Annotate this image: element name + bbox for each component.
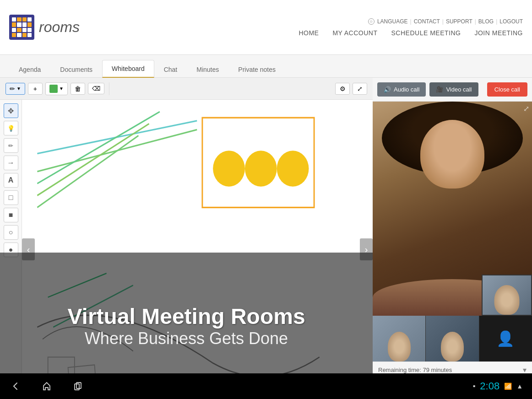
header-right: ⊕ LANGUAGE | CONTACT | SUPPORT | BLOG | …	[299, 18, 523, 37]
color-dropdown-icon: ▼	[59, 86, 64, 91]
svg-line-2	[37, 112, 159, 183]
android-bar: ▪ 2:08 📶 ▲	[0, 373, 532, 399]
hero-headline: Virtual Meeting Rooms	[67, 304, 305, 329]
settings-icon: ⚙	[340, 85, 346, 92]
my-account-nav[interactable]: MY ACCOUNT	[332, 29, 377, 37]
eraser-icon: ⌫	[92, 85, 100, 92]
support-link[interactable]: SUPPORT	[446, 18, 472, 25]
circle-outline-icon: ○	[9, 228, 13, 237]
delete-tool-button[interactable]: 🗑	[71, 83, 85, 95]
join-meeting-nav[interactable]: JOIN MEETING	[474, 29, 523, 37]
arrow-tool[interactable]: →	[4, 156, 18, 170]
text-icon: A	[8, 176, 14, 184]
bulb-icon: 💡	[7, 125, 15, 132]
expand-icon[interactable]: ⤢	[523, 104, 529, 113]
logo-icon	[9, 15, 34, 40]
whiteboard-toolbar: ✏ ▼ + ▼ 🗑 ⌫ ⚙ ⤢	[0, 78, 373, 100]
bulb-tool[interactable]: 💡	[4, 121, 18, 135]
trash-icon: 🗑	[75, 85, 81, 92]
svg-line-4	[37, 135, 138, 207]
rect-outline-icon: □	[9, 194, 13, 202]
svg-point-8	[277, 151, 309, 186]
move-tool[interactable]: ✥	[4, 103, 18, 118]
call-controls: 🔊 Audio call 🎥 Video call Close call	[373, 78, 532, 102]
rect-filled-tool[interactable]: ■	[4, 208, 18, 222]
android-nav-buttons	[9, 380, 84, 393]
rect-filled-icon: ■	[9, 211, 13, 219]
carousel-right-arrow[interactable]: ›	[360, 238, 373, 260]
add-icon: +	[33, 85, 37, 92]
thumbnail-1[interactable]	[373, 316, 426, 361]
pencil-tool[interactable]: ✏	[4, 138, 18, 153]
audio-icon: 🔊	[384, 86, 391, 93]
hero-subline: Where Business Gets Done	[85, 329, 288, 348]
small-video-overlay	[482, 275, 532, 316]
remaining-time-text: Remaining time: 79 minutes	[378, 367, 452, 373]
pen-dropdown-icon: ▼	[16, 86, 21, 91]
toolbar-separator	[109, 82, 109, 95]
home-nav[interactable]: HOME	[299, 29, 319, 37]
main-nav: HOME MY ACCOUNT SCHEDULE MEETING JOIN ME…	[299, 29, 523, 37]
audio-call-button[interactable]: 🔊 Audio call	[377, 82, 426, 97]
pencil-icon: ✏	[8, 142, 13, 149]
color-tool-button[interactable]: ▼	[45, 82, 68, 95]
blog-link[interactable]: BLOG	[478, 18, 494, 25]
svg-rect-13	[75, 384, 79, 390]
eraser-tool-button[interactable]: ⌫	[88, 83, 104, 94]
logo: rooms	[9, 15, 80, 40]
battery-indicator: ▪	[473, 382, 476, 390]
language-link[interactable]: LANGUAGE	[377, 18, 408, 25]
header: rooms ⊕ LANGUAGE | CONTACT | SUPPORT | B…	[0, 0, 532, 55]
pen-icon: ✏	[10, 85, 15, 92]
settings-button[interactable]: ⚙	[335, 83, 350, 95]
thumbnail-2[interactable]	[426, 316, 479, 361]
tab-chat[interactable]: Chat	[154, 61, 187, 78]
logo-text: rooms	[39, 19, 80, 36]
tab-agenda[interactable]: Agenda	[9, 61, 50, 78]
tabs-bar: Agenda Documents Whiteboard Chat Minutes…	[0, 55, 532, 78]
move-icon: ✥	[8, 107, 14, 115]
add-tool-button[interactable]: +	[28, 83, 43, 95]
top-nav: ⊕ LANGUAGE | CONTACT | SUPPORT | BLOG | …	[368, 18, 523, 25]
globe-icon: ⊕	[368, 18, 375, 25]
recents-button[interactable]	[71, 380, 84, 393]
tab-private-notes[interactable]: Private notes	[228, 61, 285, 78]
main-content: ✏ ▼ + ▼ 🗑 ⌫ ⚙ ⤢	[0, 78, 532, 399]
back-button[interactable]	[9, 380, 22, 393]
fullscreen-button[interactable]: ⤢	[353, 83, 367, 95]
video-call-button[interactable]: 🎥 Video call	[429, 82, 478, 97]
signal-icon: ▲	[516, 383, 523, 390]
pen-tool-button[interactable]: ✏ ▼	[5, 83, 25, 95]
video-panel: 🔊 Audio call 🎥 Video call Close call	[373, 78, 532, 399]
circle-outline-tool[interactable]: ○	[4, 225, 18, 240]
text-tool[interactable]: A	[4, 173, 18, 188]
tab-minutes[interactable]: Minutes	[187, 61, 228, 78]
svg-point-6	[213, 151, 245, 186]
contact-link[interactable]: CONTACT	[414, 18, 440, 25]
video-camera-icon: 🎥	[436, 86, 443, 93]
logout-link[interactable]: LOGOUT	[499, 18, 523, 25]
close-call-button[interactable]: Close call	[487, 82, 527, 97]
user-placeholder-icon: 👤	[496, 330, 515, 347]
color-swatch	[49, 85, 58, 93]
rect-outline-tool[interactable]: □	[4, 190, 18, 205]
thumbnail-3[interactable]: 👤	[479, 316, 532, 361]
svg-point-7	[245, 151, 277, 186]
fullscreen-icon: ⤢	[357, 85, 363, 92]
tab-documents[interactable]: Documents	[50, 61, 102, 78]
home-button[interactable]	[40, 380, 53, 393]
thumbnails-row: 👤	[373, 316, 532, 361]
main-video-area: ⤢	[373, 102, 532, 316]
tab-whiteboard[interactable]: Whiteboard	[102, 60, 154, 78]
svg-line-3	[37, 124, 149, 195]
schedule-meeting-nav[interactable]: SCHEDULE MEETING	[391, 29, 461, 37]
android-status-bar: ▪ 2:08 📶 ▲	[473, 380, 523, 392]
whiteboard-canvas[interactable]: ✥ 💡 ✏ → A □ ■	[0, 100, 373, 399]
carousel-left-arrow[interactable]: ‹	[22, 238, 35, 260]
wifi-icon: 📶	[504, 383, 512, 390]
arrow-icon: →	[7, 159, 15, 167]
whiteboard-area: ✏ ▼ + ▼ 🗑 ⌫ ⚙ ⤢	[0, 78, 373, 399]
time-display: 2:08	[480, 380, 499, 392]
svg-rect-14	[76, 383, 81, 388]
